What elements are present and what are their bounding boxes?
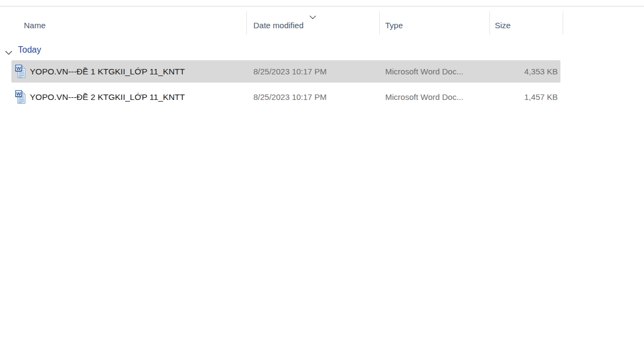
column-headers: Name Date modified Type Size [11,11,563,35]
column-header-label: Date modified [253,21,304,30]
chevron-down-icon[interactable] [5,48,12,53]
size-cell: 4,353 KB [490,67,560,76]
svg-text:W: W [16,65,21,71]
date-modified-cell: 8/25/2023 10:17 PM [247,92,380,102]
sort-descending-icon [309,12,316,17]
file-explorer-list-view: Name Date modified Type Size Today [0,0,644,347]
column-header-label: Type [385,21,403,30]
column-header-date-modified[interactable]: Date modified [247,11,380,35]
column-header-size[interactable]: Size [490,11,563,35]
file-row[interactable]: W YOPO.VN---ĐỀ 1 KTGKII_LỚP 11_KNTT 8/25… [11,60,560,83]
word-document-icon: W [15,65,26,79]
size-cell: 1,457 KB [490,92,560,102]
file-name: YOPO.VN---ĐỀ 2 KTGKII_LỚP 11_KNTT [30,92,185,102]
file-name-cell: W YOPO.VN---ĐỀ 1 KTGKII_LỚP 11_KNTT [11,65,247,79]
group-header-today[interactable]: Today [0,43,41,56]
svg-text:W: W [16,91,21,96]
type-cell: Microsoft Word Doc... [380,92,490,102]
group-label[interactable]: Today [18,45,41,55]
file-row[interactable]: W YOPO.VN---ĐỀ 2 KTGKII_LỚP 11_KNTT 8/25… [11,86,560,108]
column-header-label: Size [495,21,511,30]
date-modified-cell: 8/25/2023 10:17 PM [247,67,380,76]
word-document-icon: W [15,90,26,104]
file-name-cell: W YOPO.VN---ĐỀ 2 KTGKII_LỚP 11_KNTT [11,90,247,104]
type-cell: Microsoft Word Doc... [380,67,490,76]
column-header-label: Name [24,21,46,30]
top-divider [0,6,644,7]
file-rows: W YOPO.VN---ĐỀ 1 KTGKII_LỚP 11_KNTT 8/25… [11,60,560,111]
column-header-name[interactable]: Name [11,11,247,35]
file-name: YOPO.VN---ĐỀ 1 KTGKII_LỚP 11_KNTT [30,67,185,77]
column-header-type[interactable]: Type [380,11,490,35]
